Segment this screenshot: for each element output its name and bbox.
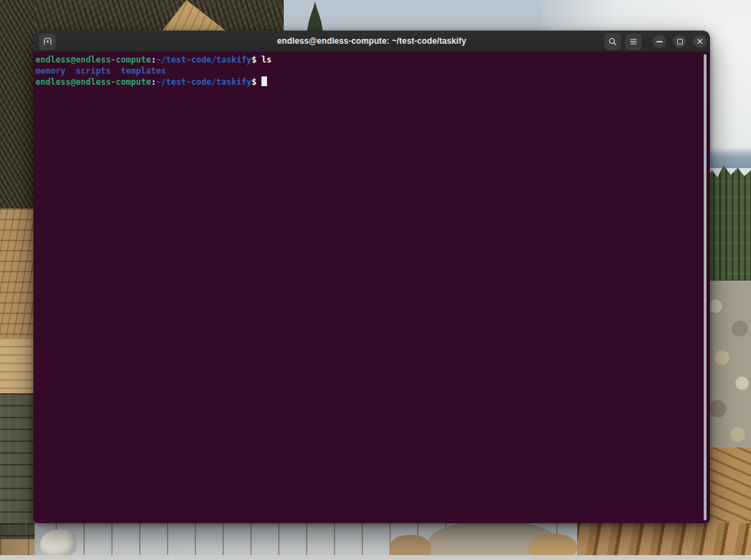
wallpaper-twigs	[0, 0, 35, 221]
terminal-prompt-line: endless@endless-compute:~/test-code/task…	[35, 76, 699, 88]
close-icon	[696, 38, 704, 45]
terminal-cursor	[261, 76, 267, 86]
prompt-symbol: $	[252, 77, 257, 87]
prompt-user-host: endless@endless-compute	[35, 55, 151, 65]
maximize-button[interactable]	[673, 35, 686, 48]
menu-button[interactable]	[625, 33, 642, 50]
prompt-path: ~/test-code/taskify	[156, 77, 251, 87]
directory-name: memory	[35, 66, 65, 76]
wallpaper-white-object	[40, 529, 76, 559]
terminal-prompt-line: endless@endless-compute:~/test-code/task…	[35, 55, 699, 66]
directory-name: scripts	[76, 66, 111, 76]
wallpaper-rocky-slope	[706, 281, 751, 452]
maximize-icon	[677, 39, 683, 44]
wallpaper-shingles	[0, 208, 35, 342]
terminal-titlebar[interactable]: endless@endless-compute: ~/test-code/tas…	[33, 31, 710, 52]
desktop-wallpaper: endless@endless-compute: ~/test-code/tas…	[0, 0, 751, 560]
menu-icon	[629, 37, 638, 47]
directory-name: templates	[121, 66, 166, 76]
terminal-content[interactable]: endless@endless-compute:~/test-code/task…	[33, 52, 710, 523]
new-tab-button[interactable]	[39, 33, 56, 50]
prompt-user-host: endless@endless-compute	[35, 77, 151, 87]
search-button[interactable]	[604, 33, 621, 50]
minimize-icon	[656, 41, 663, 42]
prompt-symbol: $	[252, 55, 257, 65]
close-button[interactable]	[693, 35, 706, 48]
prompt-path: ~/test-code/taskify	[156, 55, 251, 65]
wallpaper-pine-tree	[306, 1, 324, 32]
terminal-output-line: memoryscriptstemplates	[35, 66, 699, 77]
wallpaper-mountain-ridge	[706, 147, 751, 168]
terminal-window: endless@endless-compute: ~/test-code/tas…	[33, 31, 710, 523]
search-icon	[608, 37, 617, 47]
wallpaper-log-beam	[0, 338, 35, 395]
new-tab-icon	[42, 36, 53, 47]
wallpaper-shingles	[0, 393, 35, 541]
wallpaper-forest	[706, 165, 751, 285]
minimize-button[interactable]	[653, 35, 666, 48]
dock-edge	[0, 555, 751, 560]
terminal-scrollbar[interactable]	[704, 54, 706, 520]
typed-command: ls	[261, 55, 271, 65]
